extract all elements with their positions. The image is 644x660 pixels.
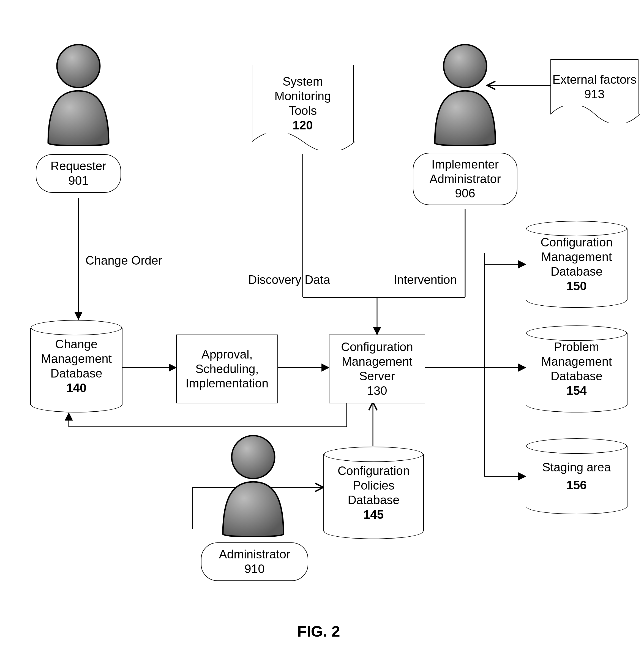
- external-ref: 913: [584, 87, 604, 102]
- svg-point-20: [57, 45, 100, 88]
- user-icon-administrator: [217, 435, 289, 537]
- policies-l1: Configuration: [338, 464, 410, 478]
- change-l2: Management: [41, 352, 112, 366]
- cylinder-top: [526, 438, 627, 454]
- staging-l1: Staging area: [542, 460, 611, 475]
- doc-wavy-bottom-2: [550, 106, 640, 123]
- smt-ref: 120: [293, 118, 313, 133]
- policies-l3: Database: [348, 493, 399, 507]
- implementer-ref: 906: [455, 186, 475, 201]
- cylinder-top: [526, 326, 627, 341]
- cfg-ref: 150: [567, 279, 586, 293]
- approval-l3: Implementation: [186, 376, 269, 391]
- diagram-canvas: Requester 901 Implementer Administrator …: [0, 0, 644, 660]
- cylinder-bottom: [526, 499, 627, 514]
- requester-ref: 901: [68, 174, 88, 188]
- caption-implementer: Implementer Administrator 906: [413, 153, 518, 205]
- prob-l3: Database: [551, 369, 602, 383]
- approval-l2: Scheduling,: [196, 362, 259, 376]
- svg-point-21: [444, 45, 487, 88]
- cylinder-bottom: [526, 292, 627, 308]
- smt-l1: System: [283, 74, 323, 89]
- prob-ref: 154: [567, 383, 586, 398]
- edge-label-discovery-data: Discovery Data: [242, 272, 330, 287]
- user-icon-implementer: [429, 44, 501, 146]
- prob-l1: Problem: [554, 340, 599, 354]
- cms-l1: Configuration: [341, 340, 413, 354]
- cfg-l2: Management: [541, 250, 612, 264]
- policies-l2: Policies: [353, 478, 395, 493]
- box-configuration-management-server: Configuration Management Server 130: [329, 334, 425, 403]
- db-change-management: Change Management Database 140: [30, 328, 122, 405]
- cylinder-top: [324, 447, 423, 462]
- cylinder-top: [526, 221, 627, 236]
- prob-l2: Management: [541, 354, 612, 369]
- edge-label-intervention: Intervention: [394, 272, 476, 287]
- implementer-label2: Administrator: [429, 172, 501, 186]
- change-l1: Change: [55, 337, 97, 352]
- cylinder-bottom: [526, 397, 627, 413]
- caption-requester: Requester 901: [36, 154, 121, 193]
- db-configuration-policies: Configuration Policies Database 145: [323, 454, 424, 531]
- administrator-ref: 910: [245, 562, 264, 576]
- db-staging-area: Staging area 156: [526, 446, 627, 507]
- policies-ref: 145: [364, 507, 384, 522]
- doc-external-factors: External factors 913: [550, 59, 639, 114]
- cfg-l3: Database: [551, 264, 602, 279]
- approval-l1: Approval,: [202, 347, 253, 362]
- cylinder-top: [31, 320, 122, 335]
- doc-wavy-bottom: [252, 134, 355, 150]
- administrator-label: Administrator: [219, 547, 290, 562]
- db-configuration-management: Configuration Management Database 150: [526, 228, 627, 300]
- staging-ref: 156: [567, 478, 586, 492]
- change-l3: Database: [50, 366, 102, 381]
- cms-l3: Server: [359, 369, 395, 383]
- edge-label-change-order: Change Order: [85, 253, 162, 268]
- svg-point-22: [232, 436, 275, 479]
- doc-system-monitoring-tools: System Monitoring Tools 120: [252, 65, 354, 142]
- smt-l2: Monitoring: [274, 89, 331, 104]
- change-ref: 140: [66, 381, 86, 395]
- user-icon-requester: [43, 44, 114, 146]
- cfg-l1: Configuration: [540, 235, 613, 250]
- cylinder-bottom: [31, 397, 122, 413]
- smt-l3: Tools: [289, 104, 317, 118]
- db-problem-management: Problem Management Database 154: [526, 333, 627, 405]
- cylinder-bottom: [324, 524, 423, 539]
- cms-ref: 130: [367, 383, 387, 398]
- implementer-label1: Implementer: [432, 157, 499, 172]
- external-l1: External factors: [552, 72, 637, 87]
- requester-label: Requester: [50, 159, 106, 174]
- figure-caption: FIG. 2: [297, 622, 340, 640]
- caption-administrator: Administrator 910: [201, 543, 308, 581]
- box-approval-scheduling-implementation: Approval, Scheduling, Implementation: [176, 334, 278, 403]
- cms-l2: Management: [342, 354, 413, 369]
